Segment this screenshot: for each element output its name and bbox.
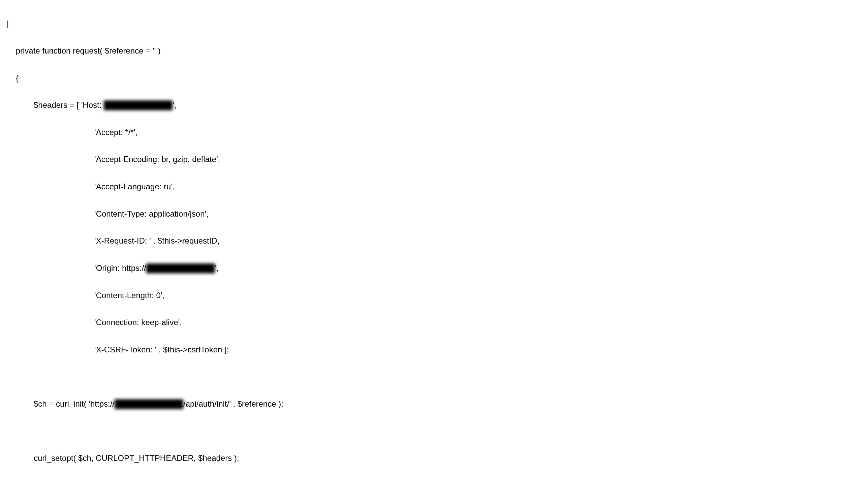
text: 'Origin: https:// bbox=[7, 264, 146, 273]
code-line: 'Origin: https://████████████', bbox=[7, 262, 837, 275]
redacted-origin: ████████████ bbox=[146, 262, 215, 275]
code-line: 'Connection: keep-alive', bbox=[7, 316, 837, 329]
code-line: 'Content-Length: 0', bbox=[7, 289, 837, 302]
code-block: | private function request( $reference =… bbox=[0, 0, 844, 504]
code-line: | bbox=[7, 17, 837, 30]
code-line bbox=[7, 370, 837, 383]
text: ', bbox=[173, 101, 176, 109]
redacted-url: ████████████ bbox=[114, 397, 183, 411]
redacted-host: ████████████ bbox=[104, 98, 173, 112]
code-line: 'Accept-Language: ru', bbox=[7, 180, 837, 193]
code-line: 'Accept: */*', bbox=[7, 126, 837, 139]
code-line: 'X-Request-ID: ' . $this->requestID, bbox=[7, 234, 837, 248]
text: /api/auth/init/' . $reference ); bbox=[183, 399, 283, 408]
code-line bbox=[7, 479, 837, 492]
code-line: 'X-CSRF-Token: ' . $this->csrfToken ]; bbox=[7, 343, 837, 357]
code-line: curl_setopt( $ch, CURLOPT_HTTPHEADER, $h… bbox=[7, 451, 837, 465]
code-line: 'Content-Type: application/json', bbox=[7, 207, 837, 221]
code-line: $headers = [ 'Host: ████████████', bbox=[7, 98, 837, 112]
code-line: $ch = curl_init( 'https://████████████/a… bbox=[7, 397, 837, 411]
code-line: { bbox=[7, 71, 837, 85]
text: $headers = [ 'Host: bbox=[7, 101, 104, 109]
code-line: private function request( $reference = '… bbox=[7, 44, 837, 58]
code-line bbox=[7, 425, 837, 438]
code-line: 'Accept-Encoding: br, gzip, deflate', bbox=[7, 152, 837, 166]
text: ', bbox=[215, 264, 219, 273]
text: $ch = curl_init( 'https:// bbox=[7, 399, 114, 408]
